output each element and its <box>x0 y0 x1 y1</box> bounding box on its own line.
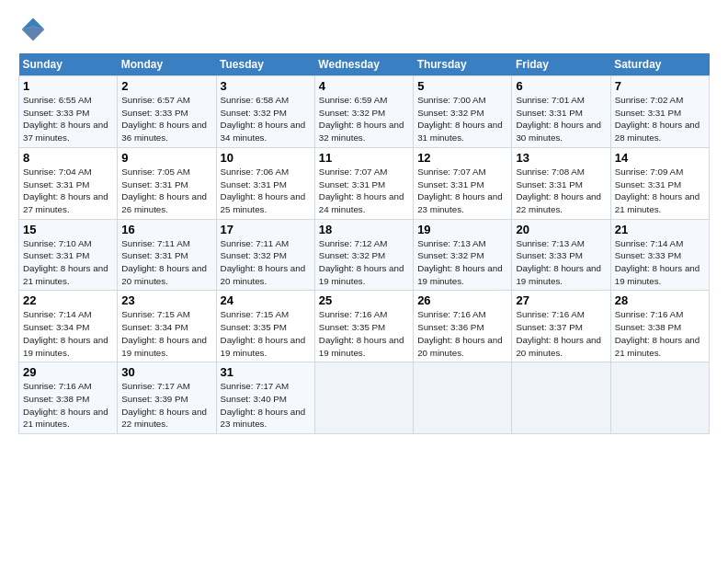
sunrise: Sunrise: 7:10 AM <box>23 238 92 248</box>
daylight: Daylight: 8 hours and 20 minutes. <box>516 335 601 358</box>
sunset: Sunset: 3:31 PM <box>615 108 681 118</box>
logo <box>18 15 50 44</box>
day-number: 8 <box>23 151 113 165</box>
sunrise: Sunrise: 7:07 AM <box>417 167 486 177</box>
calendar-cell: 22 Sunrise: 7:14 AM Sunset: 3:34 PM Dayl… <box>19 291 118 362</box>
header-row: SundayMondayTuesdayWednesdayThursdayFrid… <box>19 53 710 76</box>
day-number: 28 <box>615 293 705 307</box>
day-number: 20 <box>516 223 606 236</box>
calendar-cell: 6 Sunrise: 7:01 AM Sunset: 3:31 PM Dayli… <box>512 76 610 148</box>
daylight: Daylight: 8 hours and 20 minutes. <box>221 263 306 286</box>
day-number: 27 <box>516 293 606 307</box>
week-row-4: 22 Sunrise: 7:14 AM Sunset: 3:34 PM Dayl… <box>19 291 710 362</box>
sunset: Sunset: 3:33 PM <box>516 250 582 260</box>
calendar-table: SundayMondayTuesdayWednesdayThursdayFrid… <box>18 53 710 434</box>
daylight: Daylight: 8 hours and 26 minutes. <box>121 191 207 214</box>
sunrise: Sunrise: 7:12 AM <box>319 238 388 248</box>
week-row-2: 8 Sunrise: 7:04 AM Sunset: 3:31 PM Dayli… <box>19 147 710 219</box>
sunset: Sunset: 3:31 PM <box>516 179 582 190</box>
day-info: Sunrise: 7:02 AM Sunset: 3:31 PM Dayligh… <box>615 94 705 144</box>
daylight: Daylight: 8 hours and 22 minutes. <box>121 407 207 430</box>
day-number: 6 <box>516 79 606 93</box>
calendar-cell: 9 Sunrise: 7:05 AM Sunset: 3:31 PM Dayli… <box>118 147 216 219</box>
day-number: 15 <box>23 223 113 236</box>
day-info: Sunrise: 7:17 AM Sunset: 3:39 PM Dayligh… <box>121 380 211 431</box>
sunrise: Sunrise: 7:17 AM <box>121 381 190 391</box>
day-info: Sunrise: 7:10 AM Sunset: 3:31 PM Dayligh… <box>23 237 113 288</box>
day-number: 25 <box>319 293 409 307</box>
day-header-friday: Friday <box>512 53 610 76</box>
daylight: Daylight: 8 hours and 21 minutes. <box>615 335 700 358</box>
calendar-cell: 2 Sunrise: 6:57 AM Sunset: 3:33 PM Dayli… <box>118 76 216 148</box>
daylight: Daylight: 8 hours and 31 minutes. <box>417 120 503 143</box>
day-number: 23 <box>121 293 211 307</box>
sunrise: Sunrise: 7:16 AM <box>417 309 486 319</box>
sunrise: Sunrise: 7:13 AM <box>516 238 585 248</box>
day-header-tuesday: Tuesday <box>216 53 314 76</box>
calendar-cell <box>610 362 709 434</box>
day-number: 21 <box>615 223 705 236</box>
day-number: 14 <box>615 151 705 165</box>
daylight: Daylight: 8 hours and 19 minutes. <box>516 263 601 286</box>
day-number: 11 <box>319 151 409 165</box>
day-info: Sunrise: 7:00 AM Sunset: 3:32 PM Dayligh… <box>417 94 507 144</box>
sunrise: Sunrise: 7:11 AM <box>221 238 290 248</box>
sunset: Sunset: 3:33 PM <box>615 250 681 260</box>
calendar-cell: 27 Sunrise: 7:16 AM Sunset: 3:37 PM Dayl… <box>512 291 610 362</box>
day-info: Sunrise: 7:16 AM Sunset: 3:37 PM Dayligh… <box>516 308 606 359</box>
day-number: 18 <box>319 223 409 236</box>
day-number: 22 <box>23 293 113 307</box>
calendar-cell: 19 Sunrise: 7:13 AM Sunset: 3:32 PM Dayl… <box>414 219 512 291</box>
calendar-cell: 13 Sunrise: 7:08 AM Sunset: 3:31 PM Dayl… <box>512 147 610 219</box>
day-number: 12 <box>417 151 507 165</box>
sunrise: Sunrise: 6:57 AM <box>121 95 190 105</box>
sunset: Sunset: 3:33 PM <box>121 108 188 118</box>
daylight: Daylight: 8 hours and 23 minutes. <box>221 407 306 430</box>
calendar-cell: 21 Sunrise: 7:14 AM Sunset: 3:33 PM Dayl… <box>610 219 709 291</box>
calendar-cell: 12 Sunrise: 7:07 AM Sunset: 3:31 PM Dayl… <box>414 147 512 219</box>
day-number: 5 <box>417 79 507 93</box>
day-info: Sunrise: 7:13 AM Sunset: 3:32 PM Dayligh… <box>417 237 507 288</box>
sunrise: Sunrise: 6:59 AM <box>319 95 388 105</box>
daylight: Daylight: 8 hours and 19 minutes. <box>319 335 404 358</box>
daylight: Daylight: 8 hours and 34 minutes. <box>221 120 306 143</box>
day-info: Sunrise: 6:59 AM Sunset: 3:32 PM Dayligh… <box>319 94 409 144</box>
day-number: 29 <box>23 365 113 379</box>
day-header-saturday: Saturday <box>610 53 709 76</box>
day-info: Sunrise: 7:08 AM Sunset: 3:31 PM Dayligh… <box>516 166 606 216</box>
calendar-cell: 14 Sunrise: 7:09 AM Sunset: 3:31 PM Dayl… <box>610 147 709 219</box>
day-number: 7 <box>615 79 705 93</box>
day-info: Sunrise: 7:16 AM Sunset: 3:38 PM Dayligh… <box>615 308 705 359</box>
day-info: Sunrise: 7:15 AM Sunset: 3:34 PM Dayligh… <box>121 308 211 359</box>
daylight: Daylight: 8 hours and 32 minutes. <box>319 120 404 143</box>
day-info: Sunrise: 7:07 AM Sunset: 3:31 PM Dayligh… <box>319 166 409 216</box>
day-info: Sunrise: 7:11 AM Sunset: 3:32 PM Dayligh… <box>221 237 311 288</box>
sunrise: Sunrise: 6:55 AM <box>23 95 92 105</box>
daylight: Daylight: 8 hours and 36 minutes. <box>121 120 207 143</box>
sunrise: Sunrise: 7:01 AM <box>516 95 585 105</box>
sunset: Sunset: 3:31 PM <box>221 179 287 190</box>
day-number: 24 <box>221 293 311 307</box>
daylight: Daylight: 8 hours and 21 minutes. <box>23 407 108 430</box>
sunset: Sunset: 3:32 PM <box>221 108 287 118</box>
day-number: 13 <box>516 151 606 165</box>
sunset: Sunset: 3:34 PM <box>23 322 89 332</box>
daylight: Daylight: 8 hours and 19 minutes. <box>319 263 404 286</box>
daylight: Daylight: 8 hours and 19 minutes. <box>615 263 700 286</box>
day-number: 17 <box>221 223 311 236</box>
calendar-cell: 31 Sunrise: 7:17 AM Sunset: 3:40 PM Dayl… <box>216 362 314 434</box>
sunset: Sunset: 3:36 PM <box>417 322 483 332</box>
logo-icon <box>18 15 48 44</box>
sunrise: Sunrise: 7:00 AM <box>417 95 486 105</box>
calendar-cell: 5 Sunrise: 7:00 AM Sunset: 3:32 PM Dayli… <box>414 76 512 148</box>
daylight: Daylight: 8 hours and 37 minutes. <box>23 120 108 143</box>
sunrise: Sunrise: 7:16 AM <box>319 309 388 319</box>
calendar-cell: 3 Sunrise: 6:58 AM Sunset: 3:32 PM Dayli… <box>216 76 314 148</box>
calendar-cell <box>512 362 610 434</box>
calendar-cell: 15 Sunrise: 7:10 AM Sunset: 3:31 PM Dayl… <box>19 219 118 291</box>
sunset: Sunset: 3:31 PM <box>615 179 681 190</box>
week-row-3: 15 Sunrise: 7:10 AM Sunset: 3:31 PM Dayl… <box>19 219 710 291</box>
sunset: Sunset: 3:35 PM <box>221 322 287 332</box>
sunset: Sunset: 3:31 PM <box>319 179 385 190</box>
calendar-cell <box>414 362 512 434</box>
